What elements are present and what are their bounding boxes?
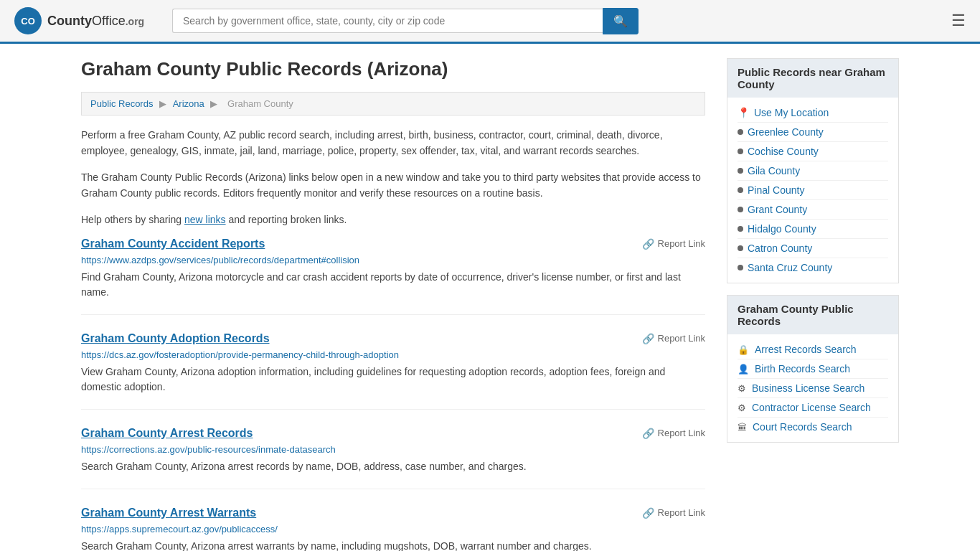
record-url-adoption-records[interactable]: https://dcs.az.gov/fosteradoption/provid… bbox=[81, 349, 705, 360]
site-header: CO CountyOffice.org 🔍 ☰ bbox=[0, 0, 980, 44]
county-dot bbox=[738, 265, 743, 270]
nearby-body: 📍 Use My Location Greenlee County Cochis… bbox=[727, 98, 898, 283]
record-type-label: Contractor License Search bbox=[752, 402, 871, 413]
breadcrumb-public-records[interactable]: Public Records bbox=[90, 98, 153, 109]
intro-text-3-suffix: and reporting broken links. bbox=[228, 214, 347, 225]
county-dot bbox=[738, 149, 743, 154]
nearby-header: Public Records near Graham County bbox=[727, 59, 898, 98]
county-name: Cochise County bbox=[748, 146, 819, 157]
breadcrumb-arizona[interactable]: Arizona bbox=[173, 98, 204, 109]
county-dot bbox=[738, 207, 743, 212]
record-type-label: Arrest Records Search bbox=[755, 344, 857, 355]
record-header-arrest-warrants: Graham County Arrest Warrants 🔗 Report L… bbox=[81, 507, 705, 519]
record-type-label: Court Records Search bbox=[753, 421, 852, 433]
county-name: Catron County bbox=[748, 242, 812, 254]
page-title: Graham County Public Records (Arizona) bbox=[81, 58, 705, 80]
nearby-county-link[interactable]: Catron County bbox=[738, 239, 888, 258]
county-dot bbox=[738, 168, 743, 174]
logo-icon: CO bbox=[14, 7, 42, 34]
breadcrumb-graham-county: Graham County bbox=[227, 98, 293, 109]
use-my-location-label: Use My Location bbox=[754, 107, 829, 118]
report-icon: 🔗 bbox=[642, 333, 654, 344]
record-header-adoption-records: Graham County Adoption Records 🔗 Report … bbox=[81, 332, 705, 345]
record-arrest-warrants: Graham County Arrest Warrants 🔗 Report L… bbox=[81, 507, 705, 551]
nearby-county-link[interactable]: Pinal County bbox=[738, 181, 888, 200]
search-input[interactable] bbox=[172, 9, 603, 33]
intro-text-3-prefix: Help others by sharing bbox=[81, 214, 184, 225]
record-arrest-records: Graham County Arrest Records 🔗 Report Li… bbox=[81, 427, 705, 489]
report-link-arrest-records[interactable]: 🔗 Report Link bbox=[642, 428, 705, 439]
public-records-link[interactable]: ⚙ Contractor License Search bbox=[738, 398, 888, 418]
report-link-adoption-records[interactable]: 🔗 Report Link bbox=[642, 333, 705, 344]
logo-area: CO CountyOffice.org bbox=[14, 7, 158, 34]
hamburger-icon: ☰ bbox=[951, 11, 966, 29]
county-name: Santa Cruz County bbox=[748, 262, 832, 273]
intro-text-1: Perform a free Graham County, AZ public … bbox=[81, 127, 705, 159]
record-title-arrest-records[interactable]: Graham County Arrest Records bbox=[81, 427, 253, 440]
record-type-icon: 🏛 bbox=[738, 422, 747, 433]
svg-text:CO: CO bbox=[21, 16, 35, 27]
location-pin-icon: 📍 bbox=[738, 107, 750, 118]
content-area: Graham County Public Records (Arizona) P… bbox=[81, 58, 705, 551]
intro-text-2: The Graham County Public Records (Arizon… bbox=[81, 169, 705, 202]
search-button[interactable]: 🔍 bbox=[603, 8, 639, 34]
menu-button[interactable]: ☰ bbox=[951, 11, 966, 30]
nearby-counties-box: Public Records near Graham County 📍 Use … bbox=[727, 58, 899, 283]
public-records-link[interactable]: ⚙ Business License Search bbox=[738, 379, 888, 398]
main-container: Graham County Public Records (Arizona) P… bbox=[60, 44, 920, 551]
record-url-accident-reports[interactable]: https://www.azdps.gov/services/public/re… bbox=[81, 255, 705, 265]
record-type-icon: 👤 bbox=[738, 364, 749, 375]
public-records-header: Graham County Public Records bbox=[727, 296, 898, 334]
report-icon: 🔗 bbox=[642, 428, 654, 439]
nearby-county-link[interactable]: Gila County bbox=[738, 161, 888, 181]
nearby-counties-list: Greenlee County Cochise County Gila Coun… bbox=[738, 123, 888, 277]
county-name: Gila County bbox=[748, 165, 800, 176]
record-title-accident-reports[interactable]: Graham County Accident Reports bbox=[81, 237, 265, 250]
report-link-arrest-warrants[interactable]: 🔗 Report Link bbox=[642, 507, 705, 519]
record-accident-reports: Graham County Accident Reports 🔗 Report … bbox=[81, 237, 705, 315]
breadcrumb: Public Records ▶ Arizona ▶ Graham County bbox=[81, 92, 705, 116]
record-type-icon: ⚙ bbox=[738, 383, 746, 394]
public-records-link[interactable]: 👤 Birth Records Search bbox=[738, 359, 888, 379]
county-dot bbox=[738, 245, 743, 251]
record-type-icon: 🔒 bbox=[738, 344, 749, 355]
search-area: 🔍 bbox=[172, 8, 639, 34]
intro-text-3: Help others by sharing new links and rep… bbox=[81, 212, 705, 227]
record-adoption-records: Graham County Adoption Records 🔗 Report … bbox=[81, 332, 705, 410]
new-links-link[interactable]: new links bbox=[184, 214, 226, 225]
breadcrumb-sep-1: ▶ bbox=[159, 98, 169, 109]
record-type-icon: ⚙ bbox=[738, 402, 746, 413]
breadcrumb-sep-2: ▶ bbox=[210, 98, 220, 109]
sidebar: Public Records near Graham County 📍 Use … bbox=[727, 58, 899, 551]
record-title-arrest-warrants[interactable]: Graham County Arrest Warrants bbox=[81, 507, 256, 519]
county-dot bbox=[738, 187, 743, 193]
logo-text: CountyOffice.org bbox=[47, 14, 144, 29]
county-name: Grant County bbox=[748, 204, 807, 215]
record-desc-adoption-records: View Graham County, Arizona adoption inf… bbox=[81, 364, 705, 395]
record-desc-arrest-warrants: Search Graham County, Arizona arrest war… bbox=[81, 539, 705, 551]
nearby-county-link[interactable]: Cochise County bbox=[738, 142, 888, 161]
record-desc-arrest-records: Search Graham County, Arizona arrest rec… bbox=[81, 459, 705, 474]
public-records-link[interactable]: 🏛 Court Records Search bbox=[738, 418, 888, 436]
public-records-links: 🔒 Arrest Records Search👤 Birth Records S… bbox=[738, 340, 888, 436]
county-name: Pinal County bbox=[748, 184, 804, 196]
nearby-county-link[interactable]: Greenlee County bbox=[738, 123, 888, 142]
record-header-accident-reports: Graham County Accident Reports 🔗 Report … bbox=[81, 237, 705, 250]
record-title-adoption-records[interactable]: Graham County Adoption Records bbox=[81, 332, 270, 345]
record-url-arrest-records[interactable]: https://corrections.az.gov/public-resour… bbox=[81, 444, 705, 455]
report-icon: 🔗 bbox=[642, 238, 654, 250]
use-my-location-link[interactable]: 📍 Use My Location bbox=[738, 103, 888, 123]
county-dot bbox=[738, 129, 743, 135]
public-records-box: Graham County Public Records 🔒 Arrest Re… bbox=[727, 295, 899, 443]
records-container: Graham County Accident Reports 🔗 Report … bbox=[81, 237, 705, 551]
report-link-accident-reports[interactable]: 🔗 Report Link bbox=[642, 238, 705, 250]
record-url-arrest-warrants[interactable]: https://apps.supremecourt.az.gov/publica… bbox=[81, 524, 705, 534]
record-desc-accident-reports: Find Graham County, Arizona motorcycle a… bbox=[81, 270, 705, 300]
nearby-county-link[interactable]: Santa Cruz County bbox=[738, 258, 888, 277]
county-name: Greenlee County bbox=[748, 126, 824, 138]
report-icon: 🔗 bbox=[642, 507, 654, 519]
public-records-link[interactable]: 🔒 Arrest Records Search bbox=[738, 340, 888, 359]
nearby-county-link[interactable]: Grant County bbox=[738, 200, 888, 220]
county-dot bbox=[738, 226, 743, 232]
nearby-county-link[interactable]: Hidalgo County bbox=[738, 220, 888, 239]
